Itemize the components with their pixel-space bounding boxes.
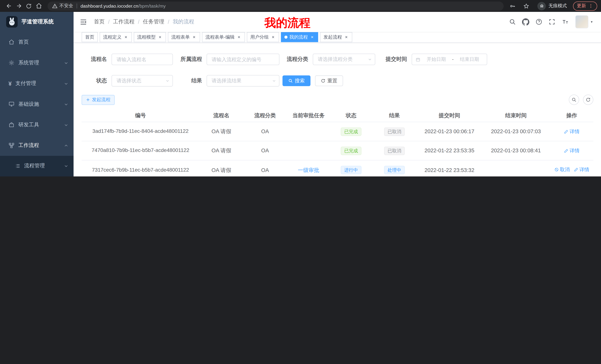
sidebar-item-process-management[interactable]: 流程管理 — [0, 156, 74, 176]
tab-process-form[interactable]: 流程表单× — [168, 32, 200, 42]
breadcrumb-task-management[interactable]: 任务管理 — [143, 18, 164, 25]
kebab-menu-icon[interactable] — [588, 3, 593, 9]
sidebar-item-payment[interactable]: ¥ 支付管理 — [0, 73, 74, 94]
cell-id: 7317cec6-7b9b-11ec-b5b7-acde48001122 — [82, 160, 200, 176]
status-label: 状态 — [82, 77, 112, 84]
cancel-link[interactable]: 取消 — [554, 165, 570, 174]
submit-time-range-picker[interactable]: 开始日期 - 结束日期 — [412, 54, 487, 65]
password-key-icon[interactable] — [507, 1, 517, 11]
tab-close-icon[interactable]: × — [270, 35, 276, 40]
cell-id: 7470a810-7b9b-11ec-b5b7-acde48001122 — [82, 141, 200, 160]
current-task-link[interactable]: 一级审批 — [298, 166, 320, 174]
logo[interactable]: 芋道管理系统 — [0, 12, 74, 32]
url-domain: dashboard.yudao.iocoder.cn — [80, 3, 138, 9]
browser-chrome: 不安全 dashboard.yudao.iocoder.cn/bpm/task/… — [0, 0, 601, 12]
cell-end-time: 2022-01-23 00:07:03 — [482, 122, 550, 141]
chevron-down-icon — [64, 102, 68, 106]
detail-link[interactable]: 详情 — [564, 147, 580, 155]
url-bar[interactable]: 不安全 dashboard.yudao.iocoder.cn/bpm/task/… — [48, 1, 504, 10]
sidebar-collapse-icon[interactable] — [80, 18, 87, 25]
gear-icon — [8, 60, 14, 66]
tab-process-model[interactable]: 流程模型× — [134, 32, 166, 42]
cell-id: 3ad174fb-7b9d-11ec-8404-acde48001122 — [82, 122, 200, 141]
tab-process-form-edit[interactable]: 流程表单-编辑× — [202, 32, 245, 42]
end-date-placeholder[interactable]: 结束日期 — [456, 56, 483, 63]
process-def-input[interactable] — [207, 54, 279, 65]
incognito-icon — [537, 2, 546, 10]
fullscreen-icon[interactable] — [549, 18, 555, 25]
table-row: 7470a810-7b9b-11ec-b5b7-acde48001122 OA … — [82, 141, 593, 160]
filter-row-2: 状态 请选择状态 结果 请选择流结果 搜索 — [82, 75, 593, 87]
refresh-table-icon[interactable] — [583, 95, 593, 105]
screen: 不安全 dashboard.yudao.iocoder.cn/bpm/task/… — [0, 0, 601, 176]
detail-link[interactable]: 详情 — [573, 165, 589, 174]
cell-end-time: 2022-01-23 00:08:41 — [482, 141, 550, 160]
browser-update-button[interactable]: 更新 — [573, 1, 597, 10]
tab-close-icon[interactable]: × — [158, 35, 162, 40]
browser-home-icon[interactable] — [34, 1, 44, 11]
search-icon[interactable] — [509, 18, 516, 25]
bookmark-star-icon[interactable] — [521, 1, 531, 11]
tab-close-icon[interactable]: × — [192, 35, 197, 40]
sidebar-item-home[interactable]: 首页 — [0, 32, 74, 52]
start-date-placeholder[interactable]: 开始日期 — [422, 56, 450, 63]
breadcrumb-home[interactable]: 首页 — [94, 18, 105, 25]
result-select[interactable]: 请选择流结果 — [207, 75, 279, 87]
help-icon[interactable] — [536, 18, 542, 25]
col-current-task: 当前审批任务 — [287, 109, 331, 122]
col-actions: 操作 — [550, 109, 593, 122]
result-label: 结果 — [173, 77, 207, 84]
cell-category: OA — [243, 160, 287, 176]
tag-view-bar: 首页 流程定义× 流程模型× 流程表单× 流程表单-编辑× 用户分组× 我的流程… — [74, 32, 601, 43]
cell-name: OA 请假 — [199, 160, 243, 176]
rabbit-logo-icon — [6, 16, 18, 28]
tab-start-process[interactable]: 发起流程× — [320, 32, 352, 42]
sidebar-item-system[interactable]: 系统管理 — [0, 52, 74, 73]
filter-row-1: 流程名 所属流程 流程分类 请选择流程分类 提交时间 开始日期 - 结束日期 — [82, 54, 593, 65]
sidebar-item-workflow[interactable]: 工作流程 — [0, 135, 74, 156]
chevron-up-icon — [64, 144, 68, 148]
app-title: 芋道管理系统 — [21, 18, 54, 25]
reset-button[interactable]: 重置 — [315, 76, 343, 86]
url-path: /bpm/task/my — [138, 3, 166, 9]
caret-down-icon: ▾ — [591, 20, 592, 24]
workflow-icon — [8, 143, 14, 149]
cell-submit-time: 2022-01-22 23:53:35 — [417, 141, 482, 160]
tab-close-icon[interactable]: × — [123, 35, 129, 40]
avatar[interactable] — [576, 15, 589, 29]
detail-link[interactable]: 详情 — [564, 127, 580, 136]
content: 流程名 所属流程 流程分类 请选择流程分类 提交时间 开始日期 - 结束日期 — [74, 43, 601, 176]
github-icon[interactable] — [522, 18, 530, 25]
sidebar-item-infrastructure[interactable]: 基础设施 — [0, 94, 74, 115]
browser-forward-icon[interactable] — [14, 1, 24, 11]
tab-process-definition[interactable]: 流程定义× — [100, 32, 132, 42]
calendar-icon — [415, 57, 421, 62]
browser-reload-icon[interactable] — [24, 1, 34, 11]
process-name-input[interactable] — [112, 54, 173, 65]
active-dot — [284, 36, 288, 39]
tab-user-group[interactable]: 用户分组× — [247, 32, 279, 42]
breadcrumb: 首页 / 工作流程 / 任务管理 / 我的流程 — [94, 18, 194, 25]
tab-close-icon[interactable]: × — [310, 35, 315, 40]
sidebar-item-devtools[interactable]: 研发工具 — [0, 115, 74, 135]
tab-close-icon[interactable]: × — [236, 35, 241, 40]
start-process-button[interactable]: 发起流程 — [82, 95, 115, 105]
breadcrumb-workflow[interactable]: 工作流程 — [113, 18, 135, 25]
status-select[interactable]: 请选择状态 — [112, 75, 173, 87]
chevron-down-icon — [368, 57, 372, 61]
status-tag: 进行中 — [341, 166, 361, 174]
table-header-row: 编号 流程名 流程分类 当前审批任务 状态 结果 提交时间 结束时间 操作 — [82, 109, 593, 122]
user-menu[interactable]: ▾ — [576, 15, 593, 29]
search-button[interactable]: 搜索 — [282, 76, 311, 86]
category-select[interactable]: 请选择流程分类 — [313, 54, 375, 65]
cell-name: OA 请假 — [199, 122, 243, 141]
tab-home[interactable]: 首页 — [82, 32, 98, 42]
tab-my-process[interactable]: 我的流程× — [281, 32, 318, 42]
sidebar-item-task-management[interactable]: 任务管理 — [0, 176, 74, 176]
tab-close-icon[interactable]: × — [344, 35, 349, 40]
workflow-submenu: 流程管理 任务管理 我的流程 待办任务 已办 — [0, 156, 74, 176]
font-size-icon[interactable] — [562, 18, 569, 25]
category-label: 流程分类 — [280, 56, 313, 63]
show-search-toggle-icon[interactable] — [569, 95, 579, 105]
browser-back-icon[interactable] — [4, 1, 14, 11]
